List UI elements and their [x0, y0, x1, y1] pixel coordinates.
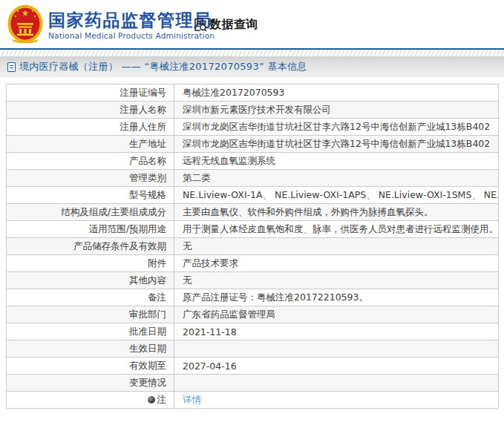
detail-link[interactable]: 详情: [183, 394, 201, 405]
row-label: 适用范围/预期用途: [7, 221, 174, 238]
row-label: 生效日期: [7, 340, 174, 358]
row-label: 变更情况: [7, 375, 174, 392]
row-value: 深圳市龙岗区吉华街道甘坑社区甘李六路12号中海信创新产业城13栋B402: [174, 136, 499, 153]
table-row: 注详情: [7, 392, 499, 409]
device-registration-table: 注册证编号粤械注准20172070593注册人名称深圳市新元素医疗技术开发有限公…: [6, 84, 499, 409]
row-value: 广东省药品监督管理局: [174, 306, 499, 323]
row-value: 原产品注册证号：粤械注准20172210593。: [174, 289, 499, 306]
row-label: 产品名称: [7, 153, 174, 170]
row-value: NE.Liview-OXI-1A、 NE.Liview-OXI-1APS、 NE…: [174, 187, 499, 204]
row-value: 第二类: [174, 170, 499, 187]
breadcrumb-text: 境内医疗器械（注册） —— “粤械注准20172070593” 基本信息: [19, 60, 307, 73]
table-row: 附件产品技术要求: [7, 255, 499, 272]
row-value: 详情: [174, 392, 499, 409]
row-label: 生产地址: [7, 136, 174, 153]
row-label: 型号规格: [7, 187, 174, 204]
row-label: 注: [7, 392, 174, 409]
table-row: 管理类别第二类: [7, 170, 499, 187]
row-value: 用于测量人体经皮血氧饱和度、脉率，供医务人员对患者进行远程监测使用。: [174, 221, 499, 238]
data-query-icon: [192, 17, 208, 33]
row-value: 粤械注准20172070593: [174, 85, 499, 102]
table-row: 结构及组成/主要组成成分主要由血氧仪、软件和外购件组成，外购件为脉搏血氧探头。: [7, 204, 499, 221]
breadcrumb: 境内医疗器械（注册） —— “粤械注准20172070593” 基本信息: [0, 56, 504, 78]
data-query-label: 数据查询: [209, 17, 258, 33]
row-label: 审批部门: [7, 306, 174, 323]
logo-text: 国家药品监督管理局 National Medical Products Admi…: [48, 7, 215, 40]
table-row: 型号规格NE.Liview-OXI-1A、 NE.Liview-OXI-1APS…: [7, 187, 499, 204]
row-value: 无: [174, 272, 499, 289]
table-row: 批准日期2021-11-18: [7, 323, 499, 340]
table-row: 生产地址深圳市龙岗区吉华街道甘坑社区甘李六路12号中海信创新产业城13栋B402: [7, 136, 499, 153]
row-label: 其他内容: [7, 272, 174, 289]
row-value: 产品技术要求: [174, 255, 499, 272]
org-name-en: National Medical Products Administration: [48, 31, 215, 40]
table-row: 产品储存条件及有效期无: [7, 238, 499, 255]
row-label: 管理类别: [7, 170, 174, 187]
table-row: 变更情况: [7, 375, 499, 392]
site-header: 国家药品监督管理局 National Medical Products Admi…: [0, 0, 504, 48]
row-value: 无: [174, 238, 499, 255]
table-row: 注册证编号粤械注准20172070593: [7, 85, 499, 102]
row-label: 有效期至: [7, 358, 174, 375]
row-value: 2027-04-16: [174, 358, 499, 375]
national-emblem-icon: [7, 4, 43, 43]
table-row: 适用范围/预期用途用于测量人体经皮血氧饱和度、脉率，供医务人员对患者进行远程监测…: [7, 221, 499, 238]
page-icon: [7, 62, 16, 72]
row-value: [174, 340, 499, 358]
row-value: 主要由血氧仪、软件和外购件组成，外购件为脉搏血氧探头。: [174, 204, 499, 221]
decorative-stripe-band: [0, 50, 504, 56]
row-label: 产品储存条件及有效期: [7, 238, 174, 255]
row-value: 2021-11-18: [174, 323, 499, 340]
row-label: 注册证编号: [7, 85, 174, 102]
nmpa-logo[interactable]: 国家药品监督管理局 National Medical Products Admi…: [7, 4, 215, 43]
row-value: 深圳市新元素医疗技术开发有限公司: [174, 102, 499, 119]
table-row: 注册人住所深圳市龙岗区吉华街道甘坑社区甘李六路12号中海信创新产业城13栋B40…: [7, 119, 499, 136]
row-value: [174, 375, 499, 392]
table-row: 注册人名称深圳市新元素医疗技术开发有限公司: [7, 102, 499, 119]
row-label: 备注: [7, 289, 174, 306]
table-row: 产品名称远程无线血氧监测系统: [7, 153, 499, 170]
row-label: 注册人名称: [7, 102, 174, 119]
data-query-nav[interactable]: 数据查询: [192, 17, 258, 33]
row-label: 附件: [7, 255, 174, 272]
note-icon: [148, 396, 155, 404]
org-name-zh: 国家药品监督管理局: [48, 10, 215, 30]
row-label: 批准日期: [7, 323, 174, 340]
table-row: 审批部门广东省药品监督管理局: [7, 306, 499, 323]
table-row: 备注原产品注册证号：粤械注准20172210593。: [7, 289, 499, 306]
row-label: 结构及组成/主要组成成分: [7, 204, 174, 221]
table-row: 有效期至2027-04-16: [7, 358, 499, 375]
row-value: 深圳市龙岗区吉华街道甘坑社区甘李六路12号中海信创新产业城13栋B402: [174, 119, 499, 136]
row-label: 注册人住所: [7, 119, 174, 136]
table-row: 生效日期: [7, 340, 499, 358]
table-row: 其他内容无: [7, 272, 499, 289]
row-value: 远程无线血氧监测系统: [174, 153, 499, 170]
